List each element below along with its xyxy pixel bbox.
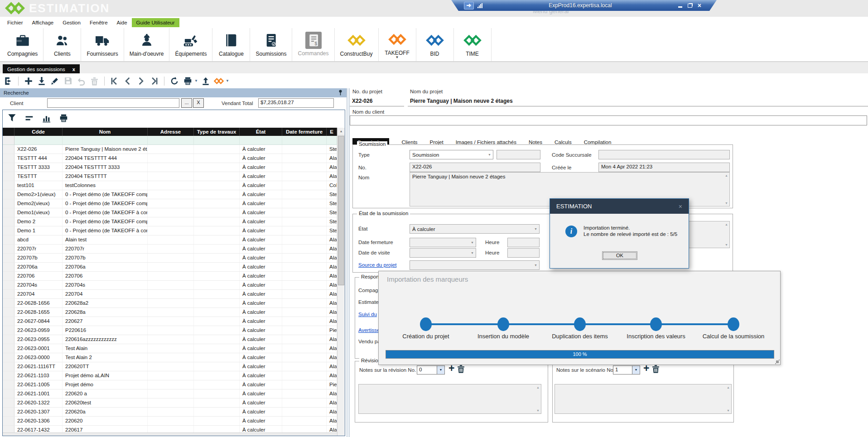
- filter-icon[interactable]: [7, 113, 17, 124]
- table-row[interactable]: TESTTT 444220404 TESTTTT 444À calculerAl…: [3, 154, 337, 163]
- table-row[interactable]: 22-0623-0955220616azzzzzzzzzzzzÀ calcule…: [3, 335, 337, 344]
- filter-cell[interactable]: [194, 136, 240, 145]
- printer-icon[interactable]: [182, 76, 193, 86]
- table-row[interactable]: 220704s220704sÀ calculerAlai: [3, 281, 337, 290]
- client-browse-button[interactable]: ...: [181, 98, 192, 108]
- add-scenario-button[interactable]: +: [643, 364, 649, 373]
- nav-next-icon[interactable]: [135, 76, 146, 86]
- filter-cell[interactable]: [327, 136, 337, 145]
- table-row[interactable]: 22-0621-1116TT220620TTÀ calculerAlai: [3, 362, 337, 371]
- table-row[interactable]: 22-0621-1005Projet démoÀ calculerPier: [3, 380, 337, 389]
- toolbar-button-bid[interactable]: BID: [416, 28, 454, 61]
- table-row[interactable]: 22-0623-0001Test AlainÀ calculerAlai: [3, 344, 337, 353]
- source-projet-combobox[interactable]: ▼: [410, 260, 540, 270]
- table-row[interactable]: 220706a220706aÀ calculerAlai: [3, 263, 337, 272]
- exit-door-icon[interactable]: [3, 76, 14, 86]
- toolbar-button-compagnies[interactable]: Compagnies: [2, 28, 43, 61]
- chevron-down-icon[interactable]: ▼: [532, 227, 539, 231]
- table-row[interactable]: 22-0617-1432220617À calculerAlai: [3, 426, 337, 432]
- tab-gestion-des-soumissions[interactable]: Gestion des soumissions x: [3, 64, 80, 74]
- rows-icon[interactable]: [24, 114, 34, 123]
- table-row[interactable]: 22-0621-1103Projet démo aLAINÀ calculerA…: [3, 371, 337, 380]
- table-row[interactable]: 22-0620-1322220620testÀ calculerAlai: [3, 399, 337, 408]
- column-header-e[interactable]: E: [327, 128, 337, 136]
- table-row[interactable]: 220707r220707rÀ calculerAlai: [3, 245, 337, 254]
- upload-icon[interactable]: [200, 76, 211, 86]
- source-projet-link[interactable]: Source du projet: [358, 262, 396, 268]
- barchart-icon[interactable]: [42, 114, 52, 124]
- ok-button[interactable]: OK: [602, 251, 637, 260]
- toolbar-button-constructbuy[interactable]: ConstructBuy: [335, 28, 379, 61]
- scroll-up-icon[interactable]: ▲: [338, 128, 345, 135]
- table-row[interactable]: 22-0620-1306220620À calculerAlai: [3, 417, 337, 426]
- table-row[interactable]: 22-0620-1307220620aÀ calculerAlai: [3, 408, 337, 417]
- add-icon[interactable]: [23, 76, 34, 86]
- revision-notes-textarea[interactable]: ▲▼: [358, 384, 541, 414]
- menu-item-guide-utilisateur[interactable]: Guide Utilisateur: [132, 18, 179, 27]
- nav-last-icon[interactable]: [149, 76, 159, 86]
- horizontal-scrollbar[interactable]: [3, 432, 337, 436]
- table-row[interactable]: Demo 20 - Projet démo (de TAKEOFF complé…: [3, 217, 337, 226]
- tab-compilation[interactable]: Compilation: [584, 139, 612, 145]
- scenario-notes-textarea[interactable]: ▲▼: [555, 384, 732, 414]
- delete-revision-button[interactable]: [457, 364, 465, 374]
- toolbar-button-fournisseurs[interactable]: Fournisseurs: [81, 28, 124, 61]
- date-visite-combobox[interactable]: ▼: [410, 248, 476, 258]
- toolbar-button-takeoff[interactable]: TAKEOFF▼: [379, 28, 416, 61]
- chevron-down-icon[interactable]: ▼: [194, 79, 198, 83]
- printer-icon[interactable]: [59, 114, 68, 124]
- vertical-scrollbar[interactable]: ▲: [337, 128, 345, 436]
- scrollbar-thumb[interactable]: [338, 136, 344, 285]
- resize-grip[interactable]: [776, 360, 779, 363]
- client-input[interactable]: [47, 98, 179, 108]
- chevron-down-icon[interactable]: ▼: [226, 79, 229, 83]
- filter-cell[interactable]: [148, 136, 194, 145]
- toolbar-button-main-d-oeuvre[interactable]: Main-d'oeuvre: [124, 28, 170, 61]
- pin-icon[interactable]: [464, 2, 474, 10]
- toolbar-button-catalogue[interactable]: Catalogue: [212, 28, 250, 61]
- column-header-nom[interactable]: Nom: [63, 128, 148, 136]
- restore-icon[interactable]: [688, 4, 692, 8]
- chevron-down-icon[interactable]: ▼: [437, 366, 444, 374]
- toolbar-button-soumissions[interactable]: Soumissions: [250, 28, 292, 61]
- table-row[interactable]: test101testColonnesÀ calculerColo: [3, 181, 337, 190]
- table-row[interactable]: 22-0628-1655220628aÀ calculerAlai: [3, 308, 337, 317]
- grid-filter-row[interactable]: [3, 136, 337, 145]
- date-fermeture-combobox[interactable]: ▼: [410, 238, 476, 247]
- nom-client-input[interactable]: [350, 115, 867, 125]
- panel-splitter[interactable]: [347, 88, 350, 437]
- close-tab-icon[interactable]: x: [72, 67, 75, 72]
- table-row[interactable]: Demo1(vieux)0 - Projet démo (de TAKEOFF …: [3, 208, 337, 217]
- table-row[interactable]: 220704220704À calculerAlai: [3, 290, 337, 299]
- chevron-down-icon[interactable]: ▼: [632, 366, 640, 374]
- table-row[interactable]: Demo2>1(vieux)0 - Projet démo (de TAKEOF…: [3, 190, 337, 199]
- pencil-icon[interactable]: [49, 76, 60, 86]
- tab-clients[interactable]: Clients: [401, 139, 417, 145]
- menu-item-fen-tre[interactable]: Fenêtre: [85, 18, 112, 27]
- column-header-type-de-travaux[interactable]: Type de travaux: [194, 128, 240, 136]
- heure-visite-field[interactable]: [507, 248, 540, 258]
- pin-panel-icon[interactable]: [338, 90, 343, 96]
- client-clear-button[interactable]: X: [193, 98, 204, 108]
- menu-item-affichage[interactable]: Affichage: [28, 18, 58, 27]
- chevron-down-icon[interactable]: ▼: [486, 153, 493, 156]
- toolbar-button-clients[interactable]: Clients: [43, 28, 81, 61]
- close-icon[interactable]: ×: [679, 203, 682, 210]
- tab-notes[interactable]: Notes: [529, 139, 542, 145]
- dialog-titlebar[interactable]: ESTIMATION ×: [550, 199, 689, 214]
- nav-first-icon[interactable]: [109, 76, 120, 86]
- table-row[interactable]: X22-026Pierre Tanguay | Maison neuve 2 é…: [3, 145, 337, 154]
- table-row[interactable]: 22-0623-0000Test Alain 2À calculerAlai: [3, 353, 337, 362]
- toolbar-button-time[interactable]: TIME: [454, 28, 492, 61]
- add-revision-button[interactable]: +: [448, 364, 454, 373]
- menu-item-fichier[interactable]: Fichier: [3, 18, 28, 27]
- tab-projet[interactable]: Projet: [430, 139, 444, 145]
- table-row[interactable]: 220706220706À calculerAlai: [3, 272, 337, 281]
- column-header-selector[interactable]: [3, 128, 14, 136]
- column-header-date-fermeture[interactable]: Date fermeture: [282, 128, 327, 136]
- nav-prev-icon[interactable]: [122, 76, 133, 86]
- column-header-adresse[interactable]: Adresse: [148, 128, 194, 136]
- filter-cell[interactable]: [282, 136, 327, 145]
- column-header-tat[interactable]: État: [240, 128, 282, 136]
- filter-cell[interactable]: [240, 136, 282, 145]
